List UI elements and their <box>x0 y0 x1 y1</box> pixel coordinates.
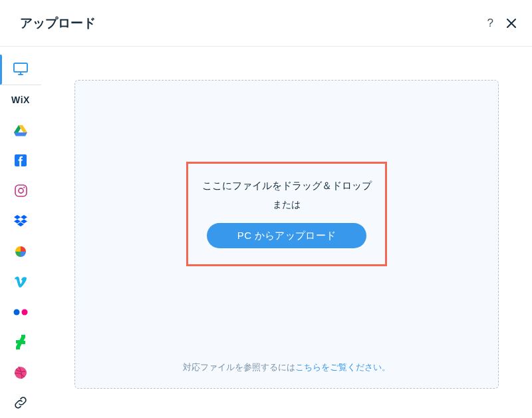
instagram-icon <box>15 184 27 197</box>
sidebar-item-computer[interactable] <box>0 55 41 85</box>
computer-icon <box>13 63 28 76</box>
drag-drop-text: ここにファイルをドラッグ＆ドロップ <box>202 180 372 192</box>
header: アップロード ? <box>0 0 532 47</box>
svg-point-17 <box>15 367 27 379</box>
sidebar-item-vimeo[interactable] <box>0 267 41 298</box>
help-icon[interactable]: ? <box>487 17 493 30</box>
flickr-icon <box>13 309 28 315</box>
body: WiX <box>0 47 532 418</box>
dribbble-icon <box>14 366 27 379</box>
svg-point-8 <box>18 188 23 193</box>
footer-plain-text: 対応ファイルを参照するには <box>183 362 295 372</box>
main-panel: ここにファイルをドラッグ＆ドロップ または PC からアップロード 対応ファイル… <box>41 47 532 418</box>
sidebar-item-facebook[interactable] <box>0 146 41 176</box>
drop-zone[interactable]: ここにファイルをドラッグ＆ドロップ または PC からアップロード 対応ファイル… <box>74 80 499 389</box>
sidebar-item-link[interactable] <box>0 388 41 418</box>
svg-point-9 <box>23 187 25 188</box>
upload-highlight-box: ここにファイルをドラッグ＆ドロップ または PC からアップロード <box>186 162 387 266</box>
sidebar-item-wix[interactable]: WiX <box>0 85 41 116</box>
sidebar: WiX <box>0 47 41 418</box>
svg-rect-0 <box>14 63 27 72</box>
svg-marker-10 <box>14 215 21 219</box>
sidebar-item-dropbox[interactable] <box>0 206 41 237</box>
sidebar-item-instagram[interactable] <box>0 176 41 206</box>
footer-text: 対応ファイルを参照するにはこちらをご覧ください。 <box>75 361 498 373</box>
sidebar-item-flickr[interactable] <box>0 297 41 327</box>
svg-rect-2 <box>20 72 21 75</box>
close-icon[interactable] <box>505 17 517 29</box>
dropbox-icon <box>14 215 27 227</box>
svg-point-15 <box>14 309 20 315</box>
facebook-icon <box>15 154 27 166</box>
deviantart-icon <box>16 335 25 349</box>
svg-marker-11 <box>21 215 27 219</box>
link-icon <box>14 396 27 409</box>
sidebar-item-dribbble[interactable] <box>0 357 41 388</box>
supported-files-link[interactable]: こちらをご覧ください。 <box>295 362 390 372</box>
or-text: または <box>273 199 301 211</box>
sidebar-item-google-drive[interactable] <box>0 115 41 146</box>
sidebar-item-deviantart[interactable] <box>0 327 41 358</box>
header-actions: ? <box>487 17 517 30</box>
svg-marker-5 <box>14 132 27 136</box>
page-title: アップロード <box>20 15 96 32</box>
upload-from-pc-button[interactable]: PC からアップロード <box>207 223 366 248</box>
wix-icon: WiX <box>11 95 30 105</box>
google-drive-icon <box>14 124 27 136</box>
sidebar-item-google-photos[interactable] <box>0 236 41 267</box>
svg-rect-7 <box>15 185 27 196</box>
svg-point-16 <box>22 309 28 315</box>
vimeo-icon <box>14 276 27 288</box>
google-photos-icon <box>14 245 27 258</box>
